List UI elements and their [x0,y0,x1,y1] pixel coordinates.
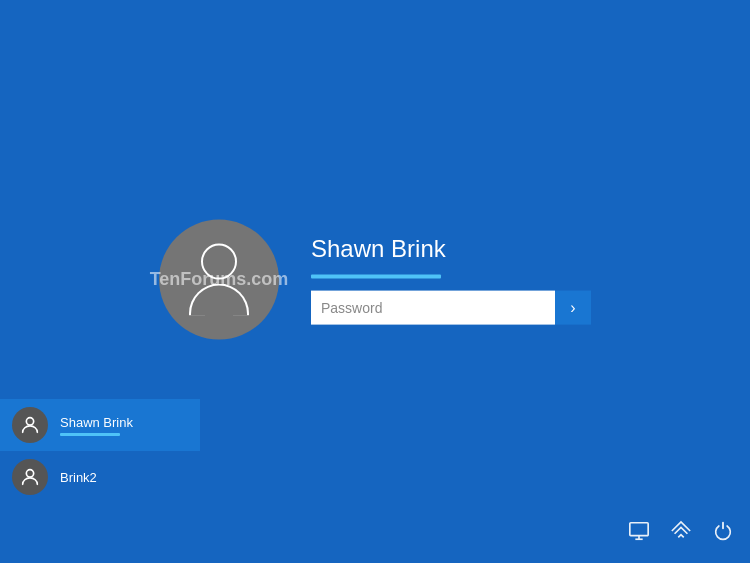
user-item-brink2[interactable]: Brink2 [0,451,200,503]
user-icon-shawn [19,414,41,436]
avatar-body [189,283,249,315]
arrow-icon: › [570,298,575,316]
user-avatar-small-shawn [12,407,48,443]
username-display: Shawn Brink [311,234,591,262]
user-list: Shawn Brink Brink2 [0,399,200,503]
user-avatar: TenForums.com [159,219,279,339]
login-area: TenForums.com Shawn Brink › [159,219,591,339]
svg-point-1 [26,470,33,477]
email-bar [311,274,441,278]
network-icon[interactable] [670,520,692,547]
submit-button[interactable]: › [555,290,591,324]
avatar-icon [189,243,249,315]
user-avatar-small-brink2 [12,459,48,495]
user-item-info-shawn: Shawn Brink [60,415,133,436]
bottom-right-icons [628,520,734,547]
accessibility-icon[interactable] [628,520,650,547]
user-item-name-shawn: Shawn Brink [60,415,133,430]
password-row: › [311,290,591,324]
svg-point-0 [26,418,33,425]
user-item-name-brink2: Brink2 [60,470,97,485]
avatar-head [201,243,237,279]
user-item-shawn[interactable]: Shawn Brink [0,399,200,451]
password-input[interactable] [311,290,555,324]
power-icon[interactable] [712,520,734,547]
user-icon-brink2 [19,466,41,488]
login-panel: Shawn Brink › [311,234,591,324]
user-item-subtitle-shawn [60,433,120,436]
svg-rect-2 [630,523,648,536]
